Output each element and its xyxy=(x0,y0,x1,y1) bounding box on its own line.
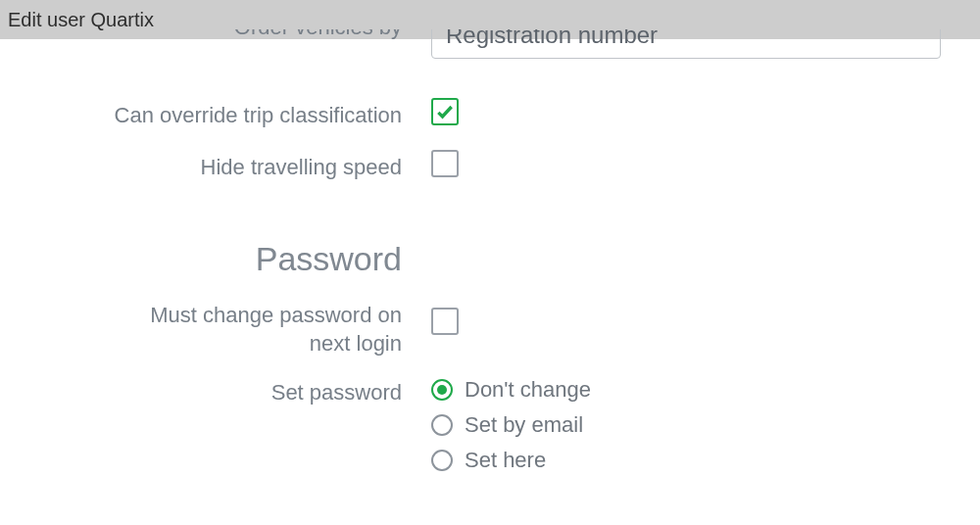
order-vehicles-value: Registration number xyxy=(446,29,658,49)
radio-label-set-here: Set here xyxy=(465,448,546,473)
radio-circle-icon xyxy=(431,379,453,401)
must-change-checkbox[interactable] xyxy=(431,308,459,335)
radio-circle-icon xyxy=(431,414,453,436)
override-trip-label: Can override trip classification xyxy=(0,98,431,130)
radio-dont-change[interactable]: Don't change xyxy=(431,377,591,403)
dialog-title: Edit user Quartix xyxy=(8,9,154,31)
hide-speed-row: Hide travelling speed xyxy=(0,150,980,182)
must-change-row: Must change password on next login xyxy=(0,298,980,358)
order-vehicles-select[interactable]: Registration number xyxy=(431,29,941,59)
override-trip-checkbox[interactable] xyxy=(431,98,459,125)
radio-circle-icon xyxy=(431,450,453,471)
set-password-label: Set password xyxy=(0,377,431,407)
radio-label-set-by-email: Set by email xyxy=(465,412,583,438)
order-vehicles-label: Order vehicles by xyxy=(0,29,431,42)
radio-set-here[interactable]: Set here xyxy=(431,448,591,473)
must-change-label: Must change password on next login xyxy=(0,298,431,358)
hide-speed-checkbox[interactable] xyxy=(431,150,459,177)
form-area: Order vehicles by Registration number Ca… xyxy=(0,29,980,473)
hide-speed-label: Hide travelling speed xyxy=(0,150,431,182)
check-icon xyxy=(435,102,455,121)
set-password-radio-group: Don't change Set by email Set here xyxy=(431,377,591,473)
radio-label-dont-change: Don't change xyxy=(465,377,591,403)
password-heading: Password xyxy=(0,240,431,278)
set-password-row: Set password Don't change Set by email S… xyxy=(0,377,980,473)
override-trip-row: Can override trip classification xyxy=(0,98,980,130)
order-vehicles-row: Order vehicles by Registration number xyxy=(0,29,980,69)
radio-dot-icon xyxy=(437,385,447,395)
radio-set-by-email[interactable]: Set by email xyxy=(431,412,591,438)
